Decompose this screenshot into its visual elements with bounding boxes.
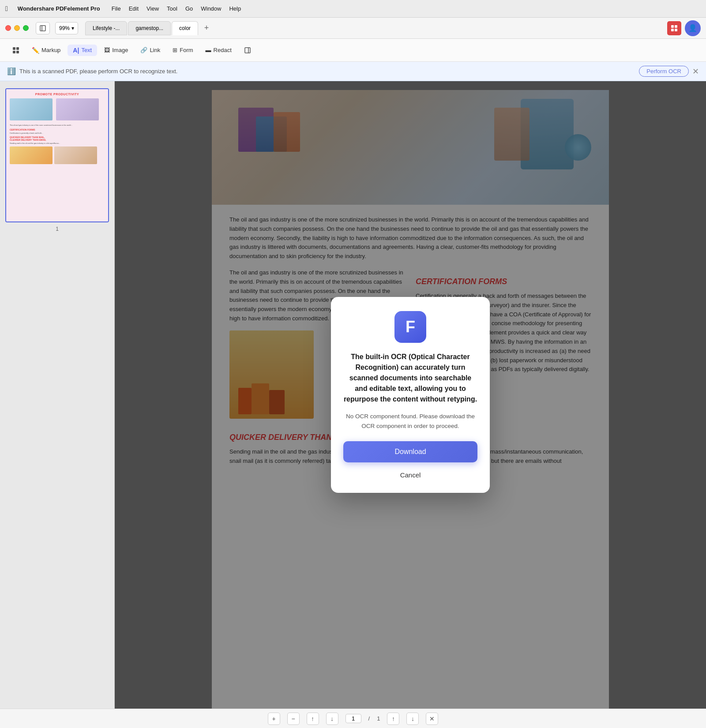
tab-gamestop-label: gamestop...: [135, 25, 163, 31]
svg-rect-3: [675, 25, 677, 28]
markup-icon: ✏️: [32, 47, 39, 54]
text-icon: A|: [73, 47, 79, 54]
menu-help[interactable]: Help: [229, 5, 241, 12]
info-icon: ℹ️: [7, 67, 16, 75]
svg-rect-7: [16, 47, 19, 50]
menu-file[interactable]: File: [112, 5, 121, 12]
tab-color-label: color: [179, 25, 191, 31]
nav-down-button[interactable]: ↓: [406, 713, 419, 725]
modal-description: No OCR component found. Please download …: [343, 412, 477, 431]
bottom-bar: + − ↑ ↓ / 1 ↑ ↓ ✕: [0, 709, 706, 728]
menu-bar:  Wondershare PDFelement Pro File Edit V…: [0, 0, 706, 18]
nav-up-button[interactable]: ↑: [387, 713, 399, 725]
markup-button[interactable]: ✏️ Markup: [26, 45, 66, 56]
link-label: Link: [150, 47, 160, 53]
grid-view-button[interactable]: [667, 21, 681, 35]
tab-lifestyle-label: Lifestyle -...: [93, 25, 120, 31]
profile-icon: 👤: [688, 24, 697, 32]
tab-color[interactable]: color: [172, 21, 198, 35]
svg-rect-4: [671, 29, 674, 31]
modal-title: The built-in OCR (Optical Character Reco…: [343, 352, 477, 405]
tab-lifestyle[interactable]: Lifestyle -...: [85, 21, 127, 35]
tab-bar: Lifestyle -... gamestop... color + 👤: [85, 20, 701, 36]
apple-menu[interactable]: : [5, 5, 8, 13]
close-window-button[interactable]: [5, 25, 11, 31]
redact-label: Redact: [214, 47, 232, 53]
page-input[interactable]: [345, 714, 361, 723]
zoom-chevron-icon: ▾: [71, 25, 74, 31]
sidebar: PROMOTE PRODUCTIVITY The oil and gas ind…: [0, 81, 115, 709]
zoom-value: 99%: [59, 25, 70, 31]
form-icon: ⊞: [173, 47, 177, 53]
zoom-in-button[interactable]: +: [268, 713, 280, 725]
thumbnail-content: PROMOTE PRODUCTIVITY The oil and gas ind…: [6, 89, 108, 221]
app-name: Wondershare PDFelement Pro: [18, 5, 100, 12]
all-tools-button[interactable]: [7, 45, 25, 56]
page-separator: /: [368, 715, 370, 722]
zoom-out-button[interactable]: −: [287, 713, 300, 725]
menu-window[interactable]: Window: [201, 5, 221, 12]
perform-ocr-button[interactable]: Perform OCR: [639, 66, 689, 77]
fit-down-button[interactable]: ↓: [326, 713, 338, 725]
svg-rect-8: [13, 51, 15, 53]
sidebar-toggle-button[interactable]: [36, 22, 50, 34]
menu-go[interactable]: Go: [185, 5, 193, 12]
page-total: 1: [377, 715, 380, 722]
page-number-label: 1: [5, 226, 109, 232]
markup-label: Markup: [41, 47, 60, 53]
redact-icon: ▬: [206, 47, 211, 53]
form-label: Form: [180, 47, 193, 53]
close-bottom-button[interactable]: ✕: [426, 713, 438, 725]
menu-view[interactable]: View: [146, 5, 159, 12]
ocr-banner-message: This is a scanned PDF, please perform OC…: [19, 68, 635, 75]
fit-up-button[interactable]: ↑: [307, 713, 319, 725]
form-button[interactable]: ⊞ Form: [167, 45, 198, 56]
redact-button[interactable]: ▬ Redact: [200, 45, 237, 56]
toolbar: ✏️ Markup A| Text 🖼 Image 🔗 Link ⊞ Form …: [0, 39, 706, 62]
text-label: Text: [81, 47, 92, 53]
add-tab-button[interactable]: +: [201, 23, 212, 34]
profile-button[interactable]: 👤: [685, 20, 701, 36]
svg-rect-0: [40, 26, 45, 31]
close-banner-button[interactable]: ✕: [692, 67, 699, 76]
modal-icon-letter: F: [406, 318, 415, 336]
thumb-section2: QUICKER DELIVERY THAN MAIL,CLEARER DELIV…: [10, 136, 105, 141]
image-button[interactable]: 🖼 Image: [99, 45, 133, 56]
svg-rect-10: [245, 48, 250, 53]
page-thumbnail-1[interactable]: PROMOTE PRODUCTIVITY The oil and gas ind…: [5, 88, 109, 222]
thumb-body-text: The oil and gas industry is one of the m…: [10, 124, 105, 127]
image-icon: 🖼: [104, 47, 110, 53]
maximize-window-button[interactable]: [23, 25, 29, 31]
modal-overlay: F The built-in OCR (Optical Character Re…: [115, 81, 706, 709]
tab-gamestop[interactable]: gamestop...: [128, 21, 171, 35]
modal-app-icon: F: [394, 311, 426, 343]
thumb-section1: CERTIFICATION FORMS: [10, 128, 105, 131]
content-area: The oil and gas industry is one of the m…: [115, 81, 706, 709]
svg-rect-9: [16, 51, 19, 53]
link-icon: 🔗: [140, 47, 147, 53]
svg-rect-5: [675, 29, 677, 31]
ocr-banner: ℹ️ This is a scanned PDF, please perform…: [0, 62, 706, 81]
title-bar: 99% ▾ Lifestyle -... gamestop... color +…: [0, 18, 706, 39]
zoom-control[interactable]: 99% ▾: [55, 22, 78, 34]
menu-edit[interactable]: Edit: [129, 5, 139, 12]
thumb-title: PROMOTE PRODUCTIVITY: [10, 93, 105, 96]
svg-rect-6: [13, 47, 15, 50]
ocr-modal: F The built-in OCR (Optical Character Re…: [331, 297, 490, 493]
traffic-lights: [5, 25, 29, 31]
minimize-window-button[interactable]: [14, 25, 20, 31]
menu-tool[interactable]: Tool: [167, 5, 177, 12]
text-button[interactable]: A| Text: [68, 45, 97, 56]
main-layout: PROMOTE PRODUCTIVITY The oil and gas ind…: [0, 81, 706, 709]
cancel-button[interactable]: Cancel: [397, 468, 424, 482]
panel-toggle-button[interactable]: [239, 45, 256, 56]
image-label: Image: [112, 47, 128, 53]
svg-rect-2: [671, 25, 674, 28]
link-button[interactable]: 🔗 Link: [135, 45, 165, 56]
download-button[interactable]: Download: [343, 441, 477, 462]
